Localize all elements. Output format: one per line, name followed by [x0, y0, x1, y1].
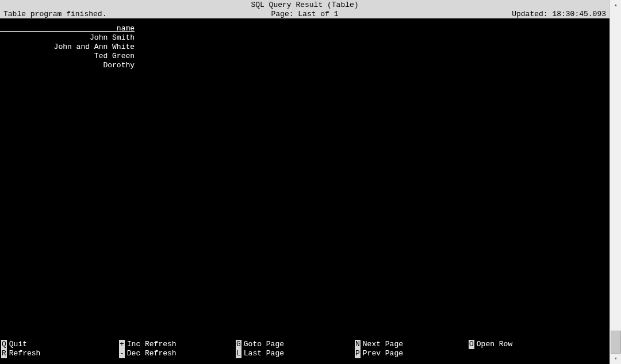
shortcut-label: Quit [9, 340, 27, 349]
footer-row-1: Q Quit + Inc Refresh G Goto Page N Next … [0, 340, 610, 349]
window-title: SQL Query Result (Table) [251, 1, 358, 9]
key-badge: R [1, 349, 7, 358]
shortcut-prev-page[interactable]: P Prev Page [355, 349, 403, 358]
key-badge: - [119, 349, 125, 358]
key-badge: G [236, 340, 241, 349]
key-badge: + [119, 340, 125, 349]
column-header-name: name [0, 24, 610, 33]
shortcut-next-page[interactable]: N Next Page [355, 340, 403, 349]
table-row[interactable]: Dorothy [0, 61, 610, 70]
shortcut-label: Open Row [477, 340, 512, 349]
shortcut-inc-refresh[interactable]: + Inc Refresh [119, 340, 177, 349]
shortcut-label: Next Page [363, 340, 403, 349]
key-badge: O [469, 340, 474, 349]
shortcut-label: Last Page [244, 349, 284, 358]
shortcut-last-page[interactable]: L Last Page [236, 349, 284, 358]
shortcut-open-row[interactable]: O Open Row [469, 340, 512, 349]
key-badge: L [236, 349, 241, 358]
footer-shortcuts: Q Quit + Inc Refresh G Goto Page N Next … [0, 340, 610, 358]
result-content: name John Smith John and Ann White Ted G… [0, 18, 610, 70]
footer-row-2: R Refresh - Dec Refresh L Last Page P Pr… [0, 349, 610, 358]
shortcut-label: Prev Page [363, 349, 403, 358]
shortcut-label: Inc Refresh [127, 340, 177, 349]
shortcut-dec-refresh[interactable]: - Dec Refresh [119, 349, 177, 358]
key-badge: N [355, 340, 361, 349]
vertical-scrollbar[interactable]: ▴ ▾ [610, 0, 621, 364]
scroll-up-icon[interactable]: ▴ [610, 0, 621, 10]
table-row[interactable]: John Smith [0, 33, 610, 43]
status-bar: Table program finished. Page: Last of 1 … [0, 9, 610, 18]
shortcut-label: Dec Refresh [127, 349, 177, 358]
table-row[interactable]: John and Ann White [0, 43, 610, 52]
shortcut-quit[interactable]: Q Quit [1, 340, 27, 349]
key-badge: Q [1, 340, 7, 349]
status-right: Updated: 18:30:45.093 [512, 10, 606, 18]
table-row[interactable]: Ted Green [0, 52, 610, 61]
title-bar: SQL Query Result (Table) [0, 0, 610, 9]
key-badge: P [355, 349, 361, 358]
terminal-window: SQL Query Result (Table) Table program f… [0, 0, 610, 364]
scroll-thumb[interactable] [611, 331, 621, 354]
shortcut-label: Goto Page [244, 340, 284, 349]
scroll-down-icon[interactable]: ▾ [610, 354, 621, 364]
status-left: Table program finished. [3, 10, 106, 18]
shortcut-goto-page[interactable]: G Goto Page [236, 340, 284, 349]
shortcut-label: Refresh [9, 349, 41, 358]
shortcut-refresh[interactable]: R Refresh [1, 349, 40, 358]
